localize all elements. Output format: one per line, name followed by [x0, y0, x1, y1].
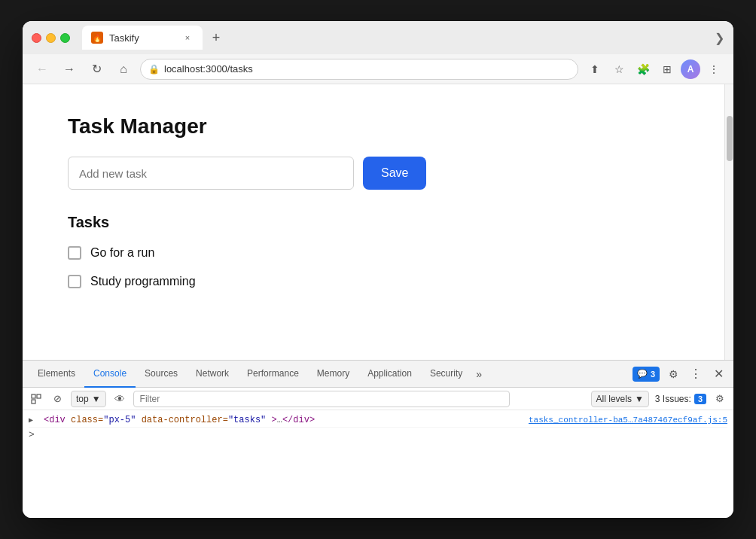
address-url: localhost:3000/tasks: [164, 63, 253, 75]
avatar[interactable]: A: [681, 59, 700, 79]
traffic-lights: [32, 33, 70, 43]
issues-count-badge: 3: [694, 394, 706, 404]
console-output-area: ▶ <div class="px-5" data-controller="tas…: [23, 410, 733, 518]
tab-close-button[interactable]: ×: [181, 32, 194, 44]
svg-rect-0: [32, 394, 35, 398]
devtools-tab-application[interactable]: Application: [358, 361, 421, 388]
console-source-link[interactable]: tasks_controller-ba5…7a487467ecf9af.js:5: [529, 416, 727, 425]
tab-area: 🔥 Taskify × + ❯: [82, 26, 724, 50]
issues-badge[interactable]: 💬 3: [633, 367, 660, 382]
address-bar[interactable]: 🔒 localhost:3000/tasks: [140, 59, 578, 80]
new-tab-button[interactable]: +: [206, 27, 227, 48]
issues-count-display: 3 Issues: 3: [655, 394, 706, 404]
title-bar: 🔥 Taskify × + ❯: [23, 21, 733, 54]
devtools-tab-elements[interactable]: Elements: [29, 361, 84, 388]
devtools-close-button[interactable]: ✕: [709, 365, 727, 383]
log-level-selector[interactable]: All levels ▼: [591, 391, 649, 407]
task-item: Go for a run: [68, 246, 679, 260]
devtools-selector-icon[interactable]: [29, 391, 44, 407]
task-text-2: Study programming: [90, 275, 196, 288]
devtools-tab-network[interactable]: Network: [187, 361, 238, 388]
home-button[interactable]: ⌂: [113, 59, 134, 80]
devtools-tab-sources[interactable]: Sources: [136, 361, 187, 388]
task-checkbox-1[interactable]: [68, 246, 81, 260]
console-log-code: <div class="px-5" data-controller="tasks…: [44, 415, 315, 425]
devtools-options-button[interactable]: ⋮: [687, 365, 705, 383]
close-window-button[interactable]: [32, 33, 41, 43]
task-input-row: Save: [68, 157, 679, 190]
share-button[interactable]: ⬆: [584, 59, 605, 80]
console-prompt[interactable]: >: [29, 428, 727, 442]
browser-body: Task Manager Save Tasks Go for a run Stu…: [23, 84, 733, 518]
devtools-settings-button[interactable]: ⚙: [664, 365, 682, 383]
scrollbar-thumb[interactable]: [727, 116, 733, 161]
devtools-eye-button[interactable]: 👁: [112, 391, 127, 407]
devtools-stop-icon[interactable]: ⊘: [50, 391, 65, 407]
tab-favicon: 🔥: [91, 32, 103, 44]
tab-title: Taskify: [109, 32, 139, 44]
devtools-tab-console[interactable]: Console: [84, 361, 136, 388]
nav-bar: ← → ↻ ⌂ 🔒 localhost:3000/tasks ⬆ ☆ 🧩 ⊞ A…: [23, 54, 733, 84]
chrome-menu-button[interactable]: ⋮: [703, 59, 724, 80]
minimize-window-button[interactable]: [46, 33, 56, 43]
devtools-tab-memory[interactable]: Memory: [308, 361, 358, 388]
svg-rect-2: [32, 400, 35, 403]
nav-actions: ⬆ ☆ 🧩 ⊞ A ⋮: [584, 59, 724, 80]
devtools-right-actions: 💬 3 ⚙ ⋮ ✕: [633, 365, 727, 383]
devtools-toolbar: ⊘ top ▼ 👁 All levels ▼ 3 Issues: 3 ⚙: [23, 388, 733, 410]
task-item-2: Study programming: [68, 275, 679, 288]
scrollbar[interactable]: [724, 84, 733, 360]
devtools-panel: Elements Console Sources Network Perform…: [23, 360, 733, 518]
task-checkbox-2[interactable]: [68, 275, 81, 288]
tasks-label: Tasks: [68, 214, 679, 231]
log-level-chevron: ▼: [635, 394, 644, 404]
browser-window: 🔥 Taskify × + ❯ ← → ↻ ⌂ 🔒 localhost:3000…: [23, 21, 733, 518]
svg-rect-1: [37, 394, 41, 398]
devtools-more-tabs[interactable]: »: [471, 368, 486, 380]
devtools-tabs: Elements Console Sources Network Perform…: [23, 361, 733, 388]
browser-tab[interactable]: 🔥 Taskify ×: [82, 26, 203, 50]
console-log-line: ▶ <div class="px-5" data-controller="tas…: [29, 413, 727, 428]
issues-count-label: 3 Issues:: [655, 394, 691, 404]
bookmark-button[interactable]: ☆: [608, 59, 629, 80]
console-settings-button[interactable]: ⚙: [712, 391, 727, 407]
issues-badge-count: 3: [651, 370, 655, 379]
tab-search-button[interactable]: ⊞: [657, 59, 678, 80]
console-filter-input[interactable]: [133, 391, 510, 407]
tabs-list-chevron[interactable]: ❯: [715, 31, 724, 45]
top-selector-label: top: [76, 394, 89, 404]
log-level-label: All levels: [596, 394, 632, 404]
devtools-tab-performance[interactable]: Performance: [238, 361, 308, 388]
page-and-scroll: Task Manager Save Tasks Go for a run Stu…: [23, 84, 733, 360]
address-lock-icon: 🔒: [148, 64, 160, 75]
save-button[interactable]: Save: [363, 157, 426, 190]
top-context-selector[interactable]: top ▼: [71, 391, 106, 407]
reload-button[interactable]: ↻: [86, 59, 107, 80]
page-content: Task Manager Save Tasks Go for a run Stu…: [23, 84, 724, 360]
task-text-1: Go for a run: [90, 246, 154, 260]
top-selector-chevron: ▼: [92, 394, 101, 404]
add-task-input[interactable]: [68, 157, 354, 190]
back-button[interactable]: ←: [32, 59, 53, 80]
devtools-tab-security[interactable]: Security: [421, 361, 471, 388]
extensions-button[interactable]: 🧩: [633, 59, 654, 80]
maximize-window-button[interactable]: [60, 33, 70, 43]
forward-button[interactable]: →: [59, 59, 80, 80]
console-expand-icon[interactable]: ▶: [29, 416, 38, 425]
page-title: Task Manager: [68, 114, 679, 139]
issues-badge-icon: 💬: [637, 369, 648, 379]
